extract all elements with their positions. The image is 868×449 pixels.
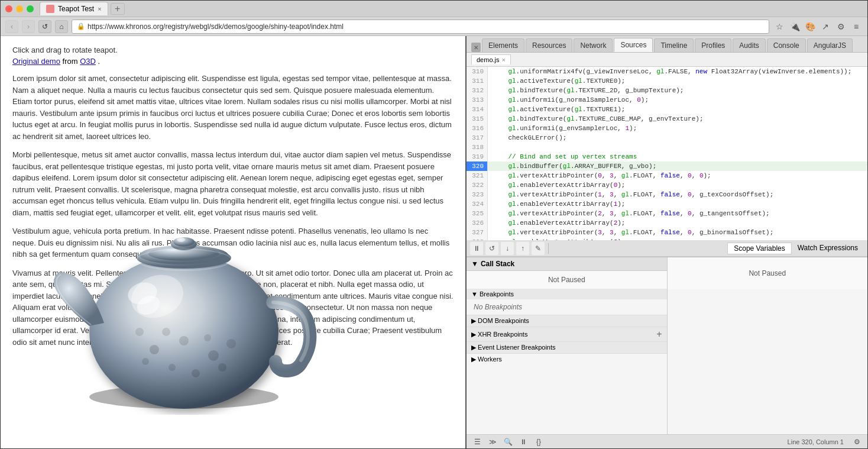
code-line-314: 314 gl.activeTexture(gl.TEXTURE1);	[467, 105, 867, 114]
devtools-panel: ✕ Elements Resources Network Sources Tim…	[465, 36, 867, 448]
minimize-button[interactable]	[16, 5, 23, 12]
debugger-toolbar: ⏸ ↺ ↓ ↑ ✎ Scope Variables Watch Expressi…	[467, 240, 867, 257]
line-content-321: gl.vertexAttribPointer(0, 3, gl.FLOAT, f…	[488, 171, 716, 180]
svg-point-19	[142, 358, 149, 365]
code-line-311: 311 gl.activeTexture(gl.TEXTURE0);	[467, 76, 867, 86]
tab-elements[interactable]: Elements	[482, 38, 524, 52]
format-button[interactable]: {}	[533, 436, 545, 448]
devtools-settings-icon[interactable]: ☰	[471, 436, 483, 448]
code-line-324: 324 gl.enableVertexAttribArray(1);	[467, 199, 867, 209]
line-content-322: gl.enableVertexAttribArray(0);	[488, 180, 630, 190]
line-content-319: // Bind and set up vertex streams	[488, 152, 642, 161]
call-stack-label: Call Stack	[481, 260, 514, 268]
line-num-325: 325	[467, 209, 488, 218]
workers-section[interactable]: ▶ Workers	[467, 354, 667, 365]
line-num-326: 326	[467, 218, 488, 228]
webpage-links: Original demo from O3D .	[12, 57, 454, 66]
close-button[interactable]	[5, 5, 12, 12]
extension-1[interactable]: 🔌	[788, 20, 801, 33]
tab-angularjs[interactable]: AngularJS	[807, 38, 853, 52]
refresh-button[interactable]: ↺	[38, 20, 51, 33]
original-demo-link[interactable]: Original demo	[12, 57, 60, 66]
svg-point-17	[179, 336, 189, 345]
maximize-button[interactable]	[27, 5, 34, 12]
breakpoints-section: ▼ Breakpoints No Breakpoints	[467, 289, 667, 315]
line-num-314: 314	[467, 105, 488, 114]
event-listener-header[interactable]: ▶ Event Listener Breakpoints	[467, 342, 667, 353]
tab-close-button[interactable]: ×	[98, 5, 101, 12]
webpage[interactable]: Click and drag to rotate teapot. Origina…	[1, 36, 465, 448]
breakpoints-header[interactable]: ▼ Breakpoints	[467, 289, 667, 299]
tab-audits[interactable]: Audits	[733, 38, 765, 52]
tab-network[interactable]: Network	[574, 38, 613, 52]
line-num-323: 323	[467, 190, 488, 199]
tab-console[interactable]: Console	[767, 38, 806, 52]
step-out-button[interactable]: ↑	[516, 242, 529, 255]
svg-point-15	[204, 334, 211, 341]
line-content-315: gl.bindTexture(gl.TEXTURE_CUBE_MAP, g_en…	[488, 114, 708, 124]
file-tab-demo[interactable]: demo.js ×	[471, 54, 511, 64]
bottom-panel: ▼ Call Stack Not Paused ▼ Breakpoints No…	[467, 257, 867, 434]
line-content-325: gl.vertexAttribPointer(2, 3, gl.FLOAT, f…	[488, 209, 775, 218]
code-line-327: 327 gl.vertexAttribPointer(3, 3, gl.FLOA…	[467, 228, 867, 237]
browser-tab[interactable]: Teapot Test ×	[40, 2, 108, 15]
tab-sources[interactable]: Sources	[614, 38, 653, 52]
menu-button[interactable]: ≡	[850, 20, 863, 33]
settings-button[interactable]: ⚙	[834, 20, 847, 33]
watch-expressions-tab[interactable]: Watch Expressions	[792, 243, 864, 254]
call-stack-header[interactable]: ▼ Call Stack	[467, 257, 667, 271]
line-num-324: 324	[467, 199, 488, 209]
dom-breakpoints-label: ▶ DOM Breakpoints	[471, 317, 529, 325]
code-editor[interactable]: 310 gl.uniformMatrix4fv(g_viewInverseLoc…	[467, 67, 867, 240]
svg-point-20	[218, 363, 226, 372]
svg-point-21	[226, 339, 236, 348]
pause-button[interactable]: ⏸	[470, 242, 483, 255]
deactivate-button[interactable]: ✎	[532, 242, 545, 255]
pause-exceptions-button[interactable]: ⏸	[517, 436, 529, 448]
svg-point-14	[208, 350, 219, 361]
extension-2[interactable]: 🎨	[804, 20, 817, 33]
tab-resources[interactable]: Resources	[526, 38, 572, 52]
url-bar[interactable]: 🔒 https://www.khronos.org/registry/webgl…	[72, 20, 769, 34]
call-stack-arrow: ▼	[471, 260, 478, 268]
file-tab-close[interactable]: ×	[502, 56, 506, 63]
xhr-breakpoints-header[interactable]: ▶ XHR Breakpoints +	[467, 327, 667, 341]
scope-panel: Not Paused	[668, 257, 868, 434]
code-line-326: 326 gl.enableVertexAttribArray(2);	[467, 218, 867, 228]
line-content-311: gl.activeTexture(gl.TEXTURE0);	[488, 76, 630, 86]
line-num-316: 316	[467, 124, 488, 133]
line-content-313: gl.uniform1i(g_normalSamplerLoc, 0);	[488, 95, 653, 105]
call-stack-panel: ▼ Call Stack Not Paused ▼ Breakpoints No…	[467, 257, 668, 434]
search-button[interactable]: 🔍	[502, 436, 514, 448]
line-content-327: gl.vertexAttribPointer(3, 3, gl.FLOAT, f…	[488, 228, 778, 237]
xhr-breakpoints-label: ▶ XHR Breakpoints	[471, 331, 527, 338]
line-content-316: gl.uniform1i(g_envSamplerLoc, 1);	[488, 124, 642, 133]
home-button[interactable]: ⌂	[55, 20, 68, 33]
forward-button[interactable]: ›	[22, 20, 35, 33]
gear-icon[interactable]: ⚙	[851, 436, 863, 448]
file-tab-label: demo.js	[477, 56, 500, 63]
no-breakpoints: No Breakpoints	[467, 299, 667, 315]
step-into-button[interactable]: ↓	[501, 242, 514, 255]
tab-profiles[interactable]: Profiles	[695, 38, 731, 52]
line-num-320: 320	[467, 161, 488, 171]
teapot-svg	[48, 166, 332, 415]
xhr-add-button[interactable]: +	[656, 329, 662, 340]
code-line-323: 323 gl.vertexAttribPointer(1, 3, gl.FLOA…	[467, 190, 867, 199]
back-button[interactable]: ‹	[5, 20, 18, 33]
status-bar: ☰ ≫ 🔍 ⏸ {} Line 320, Column 1 ⚙	[467, 434, 867, 448]
o3d-link[interactable]: O3D	[80, 57, 96, 66]
scope-variables-tab[interactable]: Scope Variables	[727, 243, 792, 254]
bookmark-button[interactable]: ☆	[773, 20, 786, 33]
tab-timeline[interactable]: Timeline	[654, 38, 694, 52]
svg-point-13	[192, 369, 200, 377]
console-drawer-button[interactable]: ≫	[487, 436, 498, 448]
window-controls	[5, 5, 34, 12]
devtools-close-button[interactable]: ✕	[471, 43, 481, 52]
new-tab-button[interactable]: +	[111, 3, 125, 15]
step-over-button[interactable]: ↺	[485, 242, 498, 255]
extension-3[interactable]: ↗	[819, 20, 832, 33]
code-line-321: 321 gl.vertexAttribPointer(0, 3, gl.FLOA…	[467, 171, 867, 180]
dom-breakpoints-header[interactable]: ▶ DOM Breakpoints	[467, 315, 667, 327]
teapot-canvas[interactable]	[48, 166, 332, 415]
